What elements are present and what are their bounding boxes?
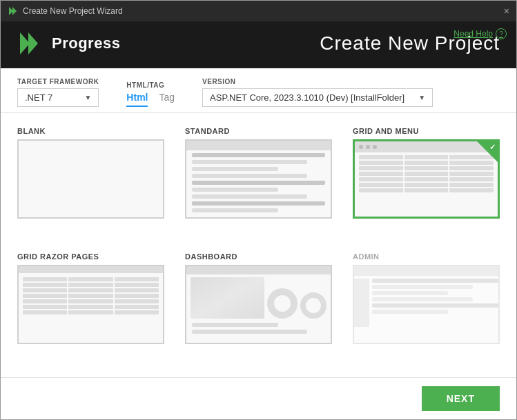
window-icon xyxy=(8,6,19,17)
framework-value: .NET 7 xyxy=(25,92,52,103)
version-label: VERSION xyxy=(202,78,433,86)
sketch-nav-dot3 xyxy=(373,145,377,149)
title-bar-left: Create New Project Wizard xyxy=(8,6,123,17)
template-grid-razor-preview xyxy=(17,265,164,344)
logo-text: Progress xyxy=(52,34,120,52)
help-text: Need Help xyxy=(453,29,493,39)
framework-label: TARGET FRAMEWORK xyxy=(17,78,99,86)
framework-dropdown-arrow: ▼ xyxy=(84,94,91,101)
template-admin-label: ADMIN xyxy=(353,252,500,261)
svg-marker-1 xyxy=(12,7,17,15)
template-standard[interactable]: STANDARD xyxy=(185,127,332,239)
tabs-container: Html Tag xyxy=(126,92,175,107)
help-link[interactable]: Need Help ? xyxy=(453,28,507,39)
template-grid-menu[interactable]: GRID AND MENU xyxy=(353,127,500,239)
donut-chart-2 xyxy=(300,292,326,319)
framework-dropdown[interactable]: .NET 7 ▼ xyxy=(17,88,99,107)
area-chart xyxy=(191,277,264,319)
logo: Progress xyxy=(17,30,120,57)
templates-grid: BLANK STANDARD GRID AND MENU xyxy=(1,113,516,377)
footer: NEXT xyxy=(1,377,516,419)
template-dashboard[interactable]: DASHBOARD xyxy=(185,252,332,364)
next-button[interactable]: NEXT xyxy=(422,386,500,411)
sketch-nav-dot2 xyxy=(366,145,370,149)
template-blank-label: BLANK xyxy=(17,127,164,135)
template-admin-preview xyxy=(353,265,500,344)
htmltag-label: HTML/Tag xyxy=(126,81,175,89)
tab-tag[interactable]: Tag xyxy=(159,92,175,107)
htmltag-group: HTML/Tag Html Tag xyxy=(126,81,175,107)
template-blank-preview xyxy=(17,139,164,219)
svg-marker-2 xyxy=(20,32,30,54)
controls-bar: TARGET FRAMEWORK .NET 7 ▼ HTML/Tag Html … xyxy=(1,68,516,113)
close-button[interactable]: × xyxy=(504,6,509,17)
template-grid-razor-label: GRID RAZOR PAGES xyxy=(17,252,164,261)
donut-chart-1 xyxy=(267,288,297,319)
version-dropdown-arrow: ▼ xyxy=(418,94,425,101)
tab-html[interactable]: Html xyxy=(126,92,148,107)
template-grid-menu-preview: ✓ xyxy=(353,139,500,219)
checkmark-symbol: ✓ xyxy=(489,143,496,152)
template-dashboard-label: DASHBOARD xyxy=(185,252,332,261)
svg-marker-3 xyxy=(28,32,38,54)
framework-group: TARGET FRAMEWORK .NET 7 ▼ xyxy=(17,78,99,107)
sketch-grid-row1 xyxy=(359,155,494,159)
template-standard-label: STANDARD xyxy=(185,127,332,135)
template-blank[interactable]: BLANK xyxy=(17,127,164,239)
version-dropdown[interactable]: ASP.NET Core, 2023.3.1010 (Dev) [Install… xyxy=(202,88,433,107)
header: Progress Create New Project Need Help ? xyxy=(1,21,516,68)
template-grid-razor[interactable]: GRID RAZOR PAGES xyxy=(17,252,164,364)
sketch-nav-dot1 xyxy=(359,145,363,149)
title-bar: Create New Project Wizard × xyxy=(1,1,516,21)
main-window: Create New Project Wizard × Progress Cre… xyxy=(0,0,517,420)
version-value: ASP.NET Core, 2023.3.1010 (Dev) [Install… xyxy=(210,92,404,103)
help-icon: ? xyxy=(496,28,507,39)
template-standard-preview xyxy=(185,139,332,219)
template-dashboard-preview xyxy=(185,265,332,344)
template-admin[interactable]: ADMIN xyxy=(353,252,500,364)
progress-logo-icon xyxy=(17,30,45,57)
version-group: VERSION ASP.NET Core, 2023.3.1010 (Dev) … xyxy=(202,78,433,107)
window-title: Create New Project Wizard xyxy=(23,6,123,16)
template-grid-menu-label: GRID AND MENU xyxy=(353,127,500,135)
sketch-nav xyxy=(355,141,498,152)
dashboard-charts xyxy=(191,277,326,319)
